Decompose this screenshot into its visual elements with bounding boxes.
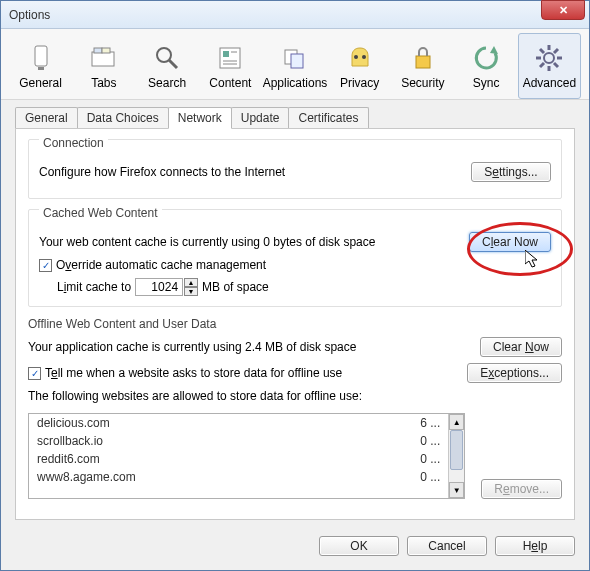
lock-icon [407, 42, 439, 74]
sites-list: delicious.com6 ... scrollback.io0 ... re… [29, 414, 448, 498]
scrollbar[interactable]: ▲ ▼ [448, 414, 464, 498]
cached-title: Cached Web Content [39, 206, 162, 220]
category-label: Advanced [523, 76, 576, 90]
subtab-data-choices[interactable]: Data Choices [77, 107, 169, 129]
override-checkbox[interactable] [39, 259, 52, 272]
exceptions-button[interactable]: Exceptions... [467, 363, 562, 383]
category-toolbar: General Tabs Search Content Applications… [1, 29, 589, 100]
category-applications[interactable]: Applications [262, 33, 328, 99]
svg-point-15 [362, 55, 366, 59]
list-item[interactable]: scrollback.io0 ... [29, 432, 448, 450]
dialog-buttons: OK Cancel Help [1, 530, 589, 570]
limit-spinner[interactable]: ▲▼ [135, 278, 198, 296]
network-panel: Connection Configure how Firefox connect… [15, 128, 575, 520]
scroll-up[interactable]: ▲ [449, 414, 464, 430]
scroll-thumb[interactable] [450, 430, 463, 470]
connection-title: Connection [39, 136, 108, 150]
subtab-general[interactable]: General [15, 107, 78, 129]
svg-rect-1 [38, 67, 44, 70]
override-label: Override automatic cache management [56, 258, 266, 272]
svg-rect-0 [35, 46, 47, 66]
svg-line-25 [554, 49, 558, 53]
category-label: Sync [473, 76, 500, 90]
scroll-down[interactable]: ▼ [449, 482, 464, 498]
connection-desc: Configure how Firefox connects to the In… [39, 165, 285, 179]
applications-icon [279, 42, 311, 74]
svg-line-6 [169, 60, 177, 68]
tabs-icon [88, 42, 120, 74]
subtab-update[interactable]: Update [231, 107, 290, 129]
category-privacy[interactable]: Privacy [328, 33, 391, 99]
category-label: Tabs [91, 76, 116, 90]
svg-rect-16 [416, 56, 430, 68]
category-search[interactable]: Search [136, 33, 199, 99]
svg-line-24 [554, 63, 558, 67]
spin-down[interactable]: ▼ [184, 287, 198, 296]
category-label: Search [148, 76, 186, 90]
svg-point-18 [544, 53, 554, 63]
category-advanced[interactable]: Advanced [518, 33, 581, 99]
connection-group: Connection Configure how Firefox connect… [28, 139, 562, 199]
search-icon [151, 42, 183, 74]
category-sync[interactable]: Sync [455, 33, 518, 99]
privacy-icon [344, 42, 376, 74]
sites-listbox[interactable]: delicious.com6 ... scrollback.io0 ... re… [28, 413, 465, 499]
svg-line-26 [540, 63, 544, 67]
ok-button[interactable]: OK [319, 536, 399, 556]
category-content[interactable]: Content [199, 33, 262, 99]
tell-label: Tell me when a website asks to store dat… [45, 366, 342, 380]
category-label: Security [401, 76, 444, 90]
category-security[interactable]: Security [391, 33, 454, 99]
gear-icon [533, 42, 565, 74]
offline-group: Offline Web Content and User Data Your a… [28, 317, 562, 499]
general-icon [25, 42, 57, 74]
limit-suffix: MB of space [202, 280, 269, 294]
remove-button[interactable]: Remove... [481, 479, 562, 499]
category-general[interactable]: General [9, 33, 72, 99]
svg-rect-3 [94, 48, 102, 53]
category-label: Privacy [340, 76, 379, 90]
svg-rect-4 [102, 48, 110, 53]
content-icon [214, 42, 246, 74]
settings-button[interactable]: Settings... [471, 162, 551, 182]
tell-checkbox[interactable] [28, 367, 41, 380]
options-window: Options General Tabs Search Content Appl… [0, 0, 590, 571]
subtab-network[interactable]: Network [168, 107, 232, 129]
list-item[interactable]: delicious.com6 ... [29, 414, 448, 432]
subtab-certificates[interactable]: Certificates [288, 107, 368, 129]
category-label: Applications [263, 76, 328, 90]
sites-desc: The following websites are allowed to st… [28, 389, 562, 403]
category-label: Content [209, 76, 251, 90]
cancel-button[interactable]: Cancel [407, 536, 487, 556]
svg-line-23 [540, 49, 544, 53]
sync-icon [470, 42, 502, 74]
titlebar: Options [1, 1, 589, 29]
advanced-subtabs: General Data Choices Network Update Cert… [1, 100, 589, 128]
list-item[interactable]: www8.agame.com0 ... [29, 468, 448, 486]
svg-point-14 [354, 55, 358, 59]
close-button[interactable] [541, 0, 585, 20]
clear-appcache-button[interactable]: Clear Now [480, 337, 562, 357]
list-item[interactable]: reddit6.com0 ... [29, 450, 448, 468]
cached-group: Cached Web Content Your web content cach… [28, 209, 562, 307]
cached-status: Your web content cache is currently usin… [39, 235, 375, 249]
clear-cache-button[interactable]: Clear Now [469, 232, 551, 252]
category-tabs[interactable]: Tabs [72, 33, 135, 99]
offline-status: Your application cache is currently usin… [28, 340, 356, 354]
window-title: Options [9, 8, 50, 22]
limit-label: Limit cache to [57, 280, 131, 294]
category-label: General [19, 76, 62, 90]
svg-marker-17 [490, 46, 498, 54]
svg-point-5 [157, 48, 171, 62]
svg-rect-13 [291, 54, 303, 68]
svg-rect-8 [223, 51, 229, 57]
spin-up[interactable]: ▲ [184, 278, 198, 287]
svg-rect-2 [92, 52, 114, 66]
offline-title: Offline Web Content and User Data [28, 317, 562, 331]
help-button[interactable]: Help [495, 536, 575, 556]
scroll-track[interactable] [449, 430, 464, 482]
limit-input[interactable] [135, 278, 183, 296]
